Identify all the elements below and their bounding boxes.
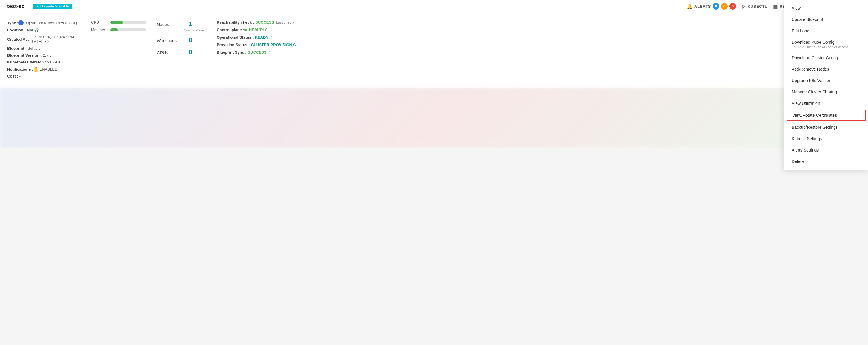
alerts-label: ALERTS	[694, 4, 711, 9]
provision-row: Provision Status : CLUSTER PROVISION C	[217, 42, 861, 47]
workloads-value: 0	[189, 36, 192, 44]
notifications-label: Notifications :	[7, 67, 33, 71]
upgrade-icon: ▲	[36, 4, 39, 8]
alert-count-1: 0	[723, 4, 725, 8]
created-row: Created At : 06/13/2024, 12:24:47 PM GMT…	[7, 35, 91, 44]
top-bar: test-sc ▲ Upgrade Available 🔔 ALERTS 0 0…	[0, 0, 868, 13]
blueprint-sync-value: SUCCESS	[248, 50, 267, 55]
blurred-content	[0, 88, 868, 148]
provision-value: CLUSTER PROVISION C	[251, 42, 296, 47]
bell-icon: 🔔	[687, 4, 693, 9]
dropdown-item-sub-3: For Zero Trust Kube API server access	[792, 45, 861, 49]
dropdown-menu: ViewUpdate BlueprintEdit LabelsDownload …	[784, 0, 868, 148]
cost-row: Cost : -	[7, 74, 91, 79]
bp-version-value: 2.7.0	[43, 53, 52, 57]
dot-icon	[244, 29, 247, 31]
metrics-col: Nodes 1 Control-Plane: 1 Workloads 0 GPU…	[157, 19, 217, 61]
reachability-sub: Last check-i	[276, 20, 295, 25]
dropdown-item-2[interactable]: Edit Labels	[784, 25, 868, 36]
provision-label: Provision Status :	[217, 42, 250, 47]
cpu-bar-track	[111, 21, 146, 24]
dropdown-item-7[interactable]: Manage Cluster Sharing	[784, 86, 868, 97]
memory-bar-fill	[111, 28, 118, 31]
created-value: 06/13/2024, 12:24:47 PM GMT+5:30	[30, 35, 91, 44]
dropdown-item-12[interactable]: Alerts Settings	[784, 144, 868, 148]
control-plane-label: Control plane :	[217, 28, 244, 32]
dropdown-item-8[interactable]: View Utilization	[784, 97, 868, 109]
upgrade-label: Upgrade Available	[40, 4, 69, 8]
blueprint-row: Blueprint : default	[7, 46, 91, 51]
location-label: Location :	[7, 28, 26, 32]
operational-row: Operational Status : READY ↗	[217, 35, 861, 39]
memory-bar-container: Memory	[91, 28, 157, 32]
k8s-version-label: Kubernetes Version :	[7, 60, 46, 64]
location-edit-icon[interactable]: ⊕	[35, 28, 39, 32]
k8s-version-row: Kubernetes Version : v1.29.4	[7, 60, 91, 64]
status-col: Reachability check : SUCCESS Last check-…	[217, 19, 861, 59]
blueprint-value: default	[28, 46, 39, 51]
dropdown-item-1[interactable]: Update Blueprint	[784, 14, 868, 25]
memory-label: Memory	[91, 28, 107, 32]
k8s-version-value: v1.29.4	[47, 60, 60, 64]
control-plane-row: Control plane : HEALTHY	[217, 28, 861, 32]
blueprint-sync-label: Blueprint Sync :	[217, 50, 247, 55]
alert-badge-0[interactable]: 0	[713, 3, 719, 9]
resources-icon: ▦	[773, 4, 778, 9]
dropdown-item-3[interactable]: Download Kube ConfigFor Zero Trust Kube …	[784, 36, 868, 52]
operational-value: READY	[255, 35, 269, 39]
dropdown-item-11[interactable]: Kubectl Settings	[784, 133, 868, 144]
kubectl-btn[interactable]: ▷ KUBECTL	[742, 4, 767, 9]
workloads-row: Workloads 0	[157, 36, 217, 44]
workloads-label: Workloads	[157, 38, 184, 43]
gpus-label: GPUs	[157, 50, 184, 55]
type-value: Upstream Kubernetes (Linux)	[26, 21, 77, 25]
dropdown-item-0[interactable]: View	[784, 2, 868, 14]
bp-version-row: Blueprint Version : 2.7.0	[7, 53, 91, 57]
kubectl-label: KUBECTL	[748, 4, 768, 9]
notifications-row: Notifications : 🔔 ENABLED	[7, 67, 91, 71]
k8s-icon	[18, 20, 24, 25]
cost-value: -	[20, 74, 21, 79]
operational-external-icon[interactable]: ↗	[270, 35, 272, 39]
type-row: Type : Upstream Kubernetes (Linux)	[7, 20, 91, 25]
cpu-label: CPU	[91, 20, 107, 25]
dropdown-item-5[interactable]: Add/Remove Nodes	[784, 63, 868, 75]
dropdown-item-6[interactable]: Upgrade K8s Version	[784, 75, 868, 86]
info-grid: Type : Upstream Kubernetes (Linux) Locat…	[7, 19, 861, 82]
nodes-row: Nodes 1 Control-Plane: 1	[157, 20, 217, 32]
control-plane-value: HEALTHY	[249, 28, 267, 32]
terminal-icon: ▷	[742, 4, 746, 9]
operational-label: Operational Status :	[217, 35, 254, 39]
resources-col: CPU Memory	[91, 19, 157, 36]
created-label: Created At :	[7, 37, 29, 41]
reachability-value: SUCCESS	[255, 20, 274, 25]
cpu-bar-fill	[111, 21, 123, 24]
nodes-value: 1	[189, 20, 208, 28]
cost-label: Cost :	[7, 74, 18, 79]
notification-bell-icon: 🔔	[33, 67, 38, 71]
dropdown-item-4[interactable]: Download Cluster Config	[784, 52, 868, 63]
alert-badge-2[interactable]: 0	[730, 3, 736, 9]
nodes-sub: Control-Plane: 1	[184, 28, 208, 32]
gpus-row: GPUs 0	[157, 48, 217, 56]
blueprint-label: Blueprint :	[7, 46, 27, 51]
bp-version-label: Blueprint Version :	[7, 53, 42, 57]
reachability-row: Reachability check : SUCCESS Last check-…	[217, 20, 861, 25]
reachability-label: Reachability check :	[217, 20, 254, 25]
alert-badge-1[interactable]: 0	[721, 3, 727, 9]
alert-count-0: 0	[715, 4, 717, 8]
blueprint-sync-row: Blueprint Sync : SUCCESS ↗	[217, 50, 861, 55]
content-area: Type : Upstream Kubernetes (Linux) Locat…	[0, 13, 868, 88]
dropdown-item-9[interactable]: View/Rotate Certificates	[787, 110, 866, 121]
blueprint-sync-external-icon[interactable]: ↗	[268, 50, 271, 54]
type-label: Type :	[7, 21, 18, 25]
notifications-value: ENABLED	[39, 67, 58, 71]
dropdown-item-10[interactable]: Backup/Restore Settings	[784, 122, 868, 133]
location-value: N/A	[27, 28, 33, 32]
gpus-value: 0	[189, 48, 192, 56]
location-row: Location : N/A ⊕	[7, 28, 91, 32]
cluster-name: test-sc	[7, 3, 25, 9]
alerts-btn[interactable]: 🔔 ALERTS	[687, 4, 711, 9]
upgrade-badge[interactable]: ▲ Upgrade Available	[33, 4, 72, 9]
details-col: Type : Upstream Kubernetes (Linux) Locat…	[7, 19, 91, 82]
